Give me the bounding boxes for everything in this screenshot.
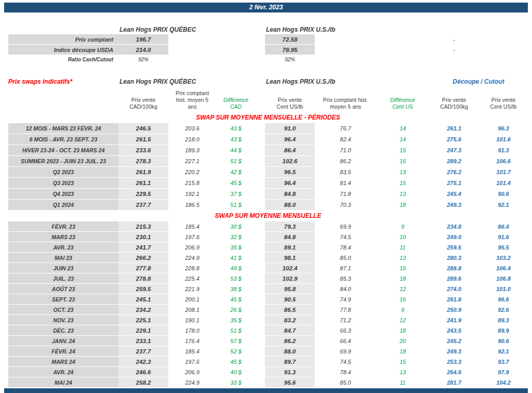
diff-cad: 42 $ xyxy=(216,167,256,178)
cutout-us: 106.8 xyxy=(479,273,528,284)
spot-quebec-value: 92% xyxy=(118,55,168,64)
spot-row: Prix comptant196.772.58- xyxy=(8,34,528,45)
prix-vente-cad: 230.1 xyxy=(118,232,168,242)
cutout-cad: 250.9 xyxy=(429,305,479,315)
column-header-hist-us: Prix comptant hist. moyen 5 ans xyxy=(315,97,376,112)
cutout-cad: 264.6 xyxy=(429,367,479,377)
prix-vente-us: 86.2 xyxy=(265,336,315,346)
swap-row: Q2 2023261.9220.242 $96.583.513276.2101.… xyxy=(8,167,528,178)
cutout-us: 101.6 xyxy=(479,134,528,145)
diff-us: 10 xyxy=(376,232,429,242)
row-label: JANV. 24 xyxy=(8,336,118,346)
prix-vente-cad: 229.1 xyxy=(118,325,168,336)
diff-us: 14 xyxy=(376,134,429,145)
prix-vente-cad: 246.5 xyxy=(118,123,168,134)
prix-vente-cad: 258.2 xyxy=(118,377,168,388)
row-label: DÉC. 23 xyxy=(8,325,118,336)
hist-us: 78.4 xyxy=(315,367,376,377)
row-label: SEPT. 23 xyxy=(8,294,118,305)
hist-us: 84.0 xyxy=(315,284,376,294)
prix-vente-us: 102.4 xyxy=(265,263,315,273)
section-header: SWAP SUR MOYENNE MENSUELLE xyxy=(8,211,528,221)
cutout-us: 91.3 xyxy=(479,145,528,156)
spot-row: Ratio Cash/Cutout92%92% xyxy=(8,55,528,64)
prix-vente-cad: 278.8 xyxy=(118,273,168,284)
hist-cad: 190.1 xyxy=(168,315,216,325)
cutout-us: 97.9 xyxy=(479,367,528,377)
hist-us: 76.7 xyxy=(315,123,376,134)
spot-quebec-title: Lean Hogs PRIX QUÉBEC xyxy=(118,25,216,34)
hist-cad: 185.4 xyxy=(168,221,216,232)
diff-cad: 53 $ xyxy=(216,273,256,284)
hist-us: 74.5 xyxy=(315,232,376,242)
diff-us: 11 xyxy=(376,242,429,253)
swap-row: MAI 23266.2224.941 $98.185.013280.3103.2 xyxy=(8,253,528,263)
column-header-cutout-us: Prix vente Cent US/lb xyxy=(479,97,528,112)
diff-us: 18 xyxy=(376,346,429,357)
hist-cad: 224.9 xyxy=(168,377,216,388)
row-label: MAI 24 xyxy=(8,377,118,388)
diff-cad: 44 $ xyxy=(216,145,256,156)
row-label: Q3 2023 xyxy=(8,178,118,189)
hist-us: 86.2 xyxy=(315,156,376,167)
spot-row-label: Ratio Cash/Cutout xyxy=(8,55,118,64)
prix-vente-cad: 242.3 xyxy=(118,357,168,367)
hist-us: 85.3 xyxy=(315,273,376,284)
prix-vente-us: 96.5 xyxy=(265,167,315,178)
hist-us: 78.4 xyxy=(315,242,376,253)
hist-cad: 186.5 xyxy=(168,200,216,211)
hist-us: 66.4 xyxy=(315,336,376,346)
row-label: SUMMER 2023 - JUIN 23 JUIL. 23 xyxy=(8,156,118,167)
diff-cad: 32 $ xyxy=(216,232,256,242)
row-label: MAI 23 xyxy=(8,253,118,263)
prix-vente-us: 79.3 xyxy=(265,221,315,232)
swap-row: HIVER 23-24 - OCT. 23 MARS 24233.6189.34… xyxy=(8,145,528,156)
cutout-us: 96.3 xyxy=(479,123,528,134)
cutout-us: 91.6 xyxy=(479,232,528,242)
prix-vente-cad: 233.1 xyxy=(118,336,168,346)
spot-quebec-value: 214.0 xyxy=(118,45,168,55)
spot-us-title: Lean Hogs PRIX U.S./lb xyxy=(265,25,315,34)
diff-cad: 38 $ xyxy=(216,284,256,294)
diff-us: 13 xyxy=(376,253,429,263)
diff-cad: 43 $ xyxy=(216,123,256,134)
prix-vente-us: 98.1 xyxy=(265,253,315,263)
hist-cad: 203.6 xyxy=(168,123,216,134)
cutout-cad: 259.5 xyxy=(429,242,479,253)
cutout-cad: 249.3 xyxy=(429,200,479,211)
prix-vente-us: 95.6 xyxy=(265,377,315,388)
hist-us: 69.9 xyxy=(315,346,376,357)
prix-vente-us: 86.4 xyxy=(265,145,315,156)
cutout-us: 90.6 xyxy=(479,336,528,346)
cutout-us: 89.3 xyxy=(479,315,528,325)
row-label: HIVER 23-24 - OCT. 23 MARS 24 xyxy=(8,145,118,156)
swap-row: MARS 23230.1197.632 $84.874.510249.091.6 xyxy=(8,232,528,242)
cutout-cad: 234.8 xyxy=(429,221,479,232)
cutout-us: 106.6 xyxy=(479,156,528,167)
column-header-hist-cad: Prix comptant hist. moyen 5 ans xyxy=(168,90,216,112)
price-report-sheet: Lean Hogs PRIX QUÉBEC Lean Hogs PRIX U.S… xyxy=(8,25,528,388)
cutout-us: 104.2 xyxy=(479,377,528,388)
prix-vente-us: 84.8 xyxy=(265,189,315,200)
hist-cad: 221.9 xyxy=(168,284,216,294)
diff-cad: 43 $ xyxy=(216,134,256,145)
prix-vente-cad: 233.6 xyxy=(118,145,168,156)
date-header-bar: 2 févr. 2023 xyxy=(4,3,528,12)
swap-row: DÉC. 23229.1178.051 $84.766.318243.589.9 xyxy=(8,325,528,336)
diff-cad: 57 $ xyxy=(216,336,256,346)
row-label: JUIL. 23 xyxy=(8,273,118,284)
diff-us: 12 xyxy=(376,284,429,294)
diff-cad: 26 $ xyxy=(216,305,256,315)
swap-row: OCT. 23234.2208.126 $86.577.89250.992.6 xyxy=(8,305,528,315)
prix-vente-cad: 277.8 xyxy=(118,263,168,273)
spot-us-value: 92% xyxy=(265,55,315,64)
swaps-table: SWAP SUR MOYENNE MENSUELLE - PÉRIODES12 … xyxy=(8,112,528,388)
spot-cutout-value xyxy=(429,55,479,64)
diff-us: 20 xyxy=(376,336,429,346)
swap-row: FÉVR. 24237.7185.452 $88.069.918249.392.… xyxy=(8,346,528,357)
diff-us: 15 xyxy=(376,263,429,273)
cutout-us: 86.4 xyxy=(479,221,528,232)
row-label: MARS 23 xyxy=(8,232,118,242)
prix-vente-cad: 259.5 xyxy=(118,284,168,294)
prix-vente-us: 91.3 xyxy=(265,367,315,377)
